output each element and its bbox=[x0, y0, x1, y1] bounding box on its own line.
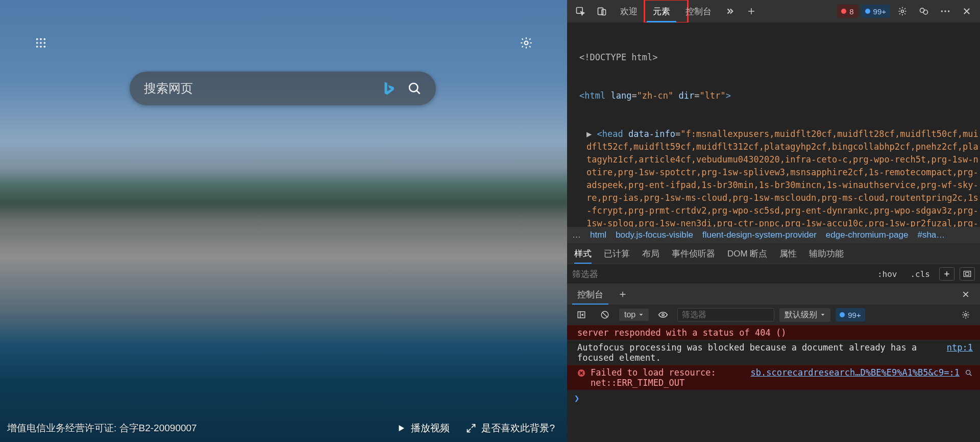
svg-point-3 bbox=[36, 42, 38, 44]
console-output[interactable]: server responded with a status of 404 ()… bbox=[567, 325, 980, 442]
inspect-element-button[interactable] bbox=[571, 3, 590, 19]
grid-icon bbox=[35, 37, 46, 49]
console-message[interactable]: server responded with a status of 404 () bbox=[567, 325, 980, 340]
console-source-link[interactable]: sb.scorecardresearch…D%BE%E9%A1%B5&c9=:1 bbox=[751, 367, 960, 388]
svg-point-9 bbox=[525, 41, 528, 45]
layout-overlay-button[interactable] bbox=[960, 267, 975, 281]
info-badge[interactable]: 99+ bbox=[861, 5, 890, 18]
crumb-more[interactable]: … bbox=[572, 230, 581, 240]
styles-filter-row: 筛选器 :hov .cls bbox=[567, 264, 980, 284]
svg-point-5 bbox=[44, 42, 46, 44]
more-tabs-button[interactable] bbox=[721, 3, 739, 19]
drawer-tabbar: 控制台 bbox=[567, 284, 980, 305]
svg-point-15 bbox=[901, 10, 904, 13]
crumb-item[interactable]: edge-chromium-page bbox=[826, 230, 909, 240]
tab-styles[interactable]: 样式 bbox=[574, 243, 592, 264]
crumb-item[interactable]: #sha… bbox=[917, 230, 945, 240]
chevron-down-icon bbox=[639, 312, 644, 317]
info-dot-icon bbox=[865, 9, 870, 14]
box-model-icon bbox=[963, 270, 971, 277]
console-source-link[interactable]: ntp:1 bbox=[947, 342, 973, 363]
error-badge[interactable]: 8 bbox=[837, 5, 857, 18]
svg-rect-21 bbox=[964, 271, 970, 277]
console-level-selector[interactable]: 默认级别 bbox=[779, 308, 830, 322]
tab-accessibility[interactable]: 辅助功能 bbox=[809, 243, 844, 264]
crumb-item[interactable]: fluent-design-system-provider bbox=[702, 230, 817, 240]
gear-icon bbox=[897, 6, 908, 16]
tab-event-listeners[interactable]: 事件侦听器 bbox=[672, 243, 715, 264]
dom-doctype: <!DOCTYPE html> bbox=[579, 52, 658, 62]
dom-html-open[interactable]: <html lang="zh-cn" dir="ltr"> bbox=[572, 89, 979, 102]
chevron-double-right-icon bbox=[725, 7, 734, 16]
device-toggle-button[interactable] bbox=[593, 3, 611, 19]
feedback-button[interactable] bbox=[915, 3, 933, 19]
dom-tree[interactable]: <!DOCTYPE html> <html lang="zh-cn" dir="… bbox=[567, 22, 980, 227]
error-count: 8 bbox=[849, 7, 853, 16]
devtools-settings-button[interactable] bbox=[893, 3, 912, 19]
styles-filter-input[interactable]: 筛选器 bbox=[572, 268, 598, 280]
console-issue-badge[interactable]: 99+ bbox=[836, 308, 865, 321]
svg-point-7 bbox=[40, 46, 42, 48]
search-icon[interactable] bbox=[965, 369, 973, 377]
console-message[interactable]: Autofocus processing was blocked because… bbox=[567, 340, 980, 365]
svg-point-18 bbox=[941, 10, 943, 12]
hov-toggle[interactable]: :hov bbox=[873, 268, 901, 280]
new-style-rule-button[interactable] bbox=[939, 267, 954, 281]
svg-line-11 bbox=[416, 90, 420, 94]
tab-elements[interactable]: 元素 bbox=[647, 0, 676, 22]
console-filter-input[interactable] bbox=[677, 308, 774, 321]
crumb-item[interactable]: html bbox=[590, 230, 606, 240]
console-context-selector[interactable]: top bbox=[619, 309, 649, 321]
page-settings-button[interactable] bbox=[516, 33, 536, 53]
more-options-button[interactable] bbox=[936, 3, 954, 19]
tab-console-partial[interactable]: 控制台 bbox=[679, 0, 718, 22]
live-expression-button[interactable] bbox=[654, 307, 672, 323]
gear-icon bbox=[520, 36, 533, 50]
plus-icon bbox=[619, 290, 627, 298]
search-icon[interactable] bbox=[407, 81, 422, 96]
bing-logo-icon bbox=[381, 81, 396, 96]
svg-point-28 bbox=[966, 370, 970, 375]
svg-point-0 bbox=[36, 38, 38, 40]
tab-dom-breakpoints[interactable]: DOM 断点 bbox=[727, 243, 767, 264]
console-message[interactable]: Failed to load resource: net::ERR_TIMED_… bbox=[567, 365, 980, 390]
dom-breadcrumb: … html body.js-focus-visible fluent-desi… bbox=[567, 227, 980, 243]
tab-layout[interactable]: 布局 bbox=[642, 243, 659, 264]
tab-welcome[interactable]: 欢迎 bbox=[614, 0, 644, 22]
svg-point-17 bbox=[923, 10, 927, 14]
styles-panel-tabs: 样式 已计算 布局 事件侦听器 DOM 断点 属性 辅助功能 bbox=[567, 243, 980, 264]
dom-head[interactable]: ▶ <head data-info="f:msnallexpusers,muid… bbox=[572, 128, 979, 227]
svg-rect-22 bbox=[966, 272, 969, 275]
close-icon bbox=[962, 290, 970, 298]
play-video-button[interactable]: 播放视频 bbox=[397, 422, 450, 435]
svg-point-4 bbox=[40, 42, 42, 44]
plus-icon bbox=[747, 7, 756, 16]
cls-toggle[interactable]: .cls bbox=[906, 268, 934, 280]
console-prompt[interactable]: ❯ bbox=[567, 390, 980, 406]
console-settings-button[interactable] bbox=[957, 307, 975, 323]
devtools-panel: 欢迎 元素 控制台 8 99+ bbox=[567, 0, 980, 442]
drawer-close-button[interactable] bbox=[957, 286, 975, 303]
svg-point-26 bbox=[965, 314, 967, 316]
crumb-item[interactable]: body.js-focus-visible bbox=[616, 230, 693, 240]
like-background-button[interactable]: 是否喜欢此背景? bbox=[466, 422, 555, 435]
svg-point-10 bbox=[409, 83, 418, 91]
tab-properties[interactable]: 属性 bbox=[779, 243, 797, 264]
device-icon bbox=[597, 6, 607, 16]
drawer-new-tab[interactable] bbox=[614, 286, 632, 303]
svg-point-2 bbox=[44, 38, 46, 40]
close-icon bbox=[962, 7, 971, 16]
info-count: 99+ bbox=[873, 7, 886, 16]
drawer-tab-console[interactable]: 控制台 bbox=[572, 284, 608, 305]
tab-computed[interactable]: 已计算 bbox=[604, 243, 630, 264]
new-tab-button[interactable] bbox=[742, 3, 761, 19]
search-bar[interactable] bbox=[130, 72, 436, 105]
close-devtools-button[interactable] bbox=[958, 3, 976, 19]
clear-console-button[interactable] bbox=[596, 307, 614, 323]
console-sidebar-toggle[interactable] bbox=[572, 307, 591, 323]
play-video-label: 播放视频 bbox=[411, 422, 450, 435]
license-text: 增值电信业务经营许可证: 合字B2-20090007 bbox=[7, 422, 197, 435]
app-launcher-button[interactable] bbox=[31, 33, 51, 53]
chevron-down-icon bbox=[820, 312, 825, 317]
search-input[interactable] bbox=[144, 81, 381, 96]
